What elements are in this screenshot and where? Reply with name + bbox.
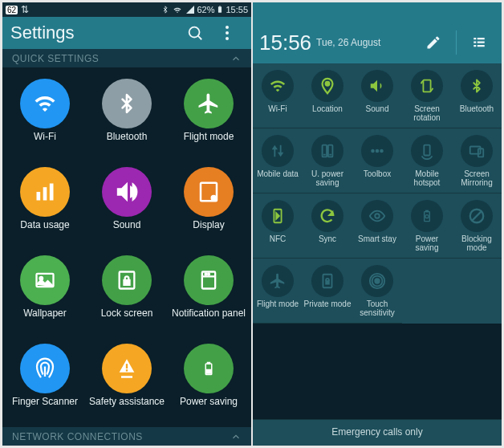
svg-rect-23 xyxy=(208,363,210,365)
svg-point-42 xyxy=(375,214,380,218)
toggle-smart-stay[interactable]: Smart stay xyxy=(352,193,402,259)
settings-item-finger-scanner[interactable]: Finger Scanner xyxy=(4,337,86,426)
mdata-icon xyxy=(262,135,294,167)
bars-icon xyxy=(20,167,70,217)
quickpanel-screen: 15:56 Tue, 26 August Wi-FiLocationSoundS… xyxy=(253,2,502,446)
toggle-label: Mobile data xyxy=(257,170,299,188)
settings-item-data-usage[interactable]: Data usage xyxy=(4,161,86,249)
toggle-screen-mirroring[interactable]: Screen Mirroring xyxy=(452,128,502,193)
safety-icon xyxy=(102,344,152,393)
battery-icon xyxy=(216,4,224,15)
settings-item-bluetooth[interactable]: Bluetooth xyxy=(86,72,168,161)
toggle-label: Toolbox xyxy=(364,170,391,188)
nfc-status-icon: ⇅ xyxy=(21,5,29,14)
svg-rect-7 xyxy=(37,192,41,201)
svg-rect-29 xyxy=(474,45,476,47)
toggle-label: Power saving xyxy=(403,235,451,253)
svg-point-50 xyxy=(375,279,380,283)
settings-item-label: Sound xyxy=(113,220,141,241)
svg-rect-28 xyxy=(478,42,485,43)
toggle-label: Mobile hotspot xyxy=(403,170,451,188)
separator xyxy=(456,31,457,55)
toggle-label: Screen rotation xyxy=(403,105,451,123)
quickpanel-header: 15:56 Tue, 26 August xyxy=(253,22,502,63)
settings-item-label: Lock screen xyxy=(101,308,153,329)
toggle-power-saving[interactable]: Power saving xyxy=(402,193,452,259)
svg-rect-26 xyxy=(478,38,485,39)
settings-item-label: Wallpaper xyxy=(23,308,67,329)
signal-status-icon xyxy=(185,5,195,14)
settings-item-wi-fi[interactable]: Wi-Fi xyxy=(4,72,86,161)
battery-pct: 62% xyxy=(197,5,214,14)
settings-item-notification-panel[interactable]: Notification panel xyxy=(168,249,250,337)
wifi-icon xyxy=(20,79,70,128)
toggle-toolbox[interactable]: Toolbox xyxy=(352,128,402,193)
edit-button[interactable] xyxy=(417,26,449,59)
svg-point-2 xyxy=(189,27,200,38)
toggle-label: Sync xyxy=(319,235,336,253)
toggle-label: NFC xyxy=(270,235,287,253)
location-icon xyxy=(311,70,343,102)
overflow-menu-button[interactable] xyxy=(211,17,243,49)
settings-item-sound[interactable]: Sound xyxy=(86,161,168,249)
svg-rect-30 xyxy=(478,45,485,47)
toggle-flight-mode[interactable]: Flight mode xyxy=(253,259,303,324)
toggle-location[interactable]: Location xyxy=(303,63,352,128)
toggle-label: Sound xyxy=(366,105,389,123)
svg-point-45 xyxy=(425,215,429,218)
svg-point-19 xyxy=(208,274,209,275)
toggle-mobile-hotspot[interactable]: Mobile hotspot xyxy=(402,128,452,193)
nfc-icon xyxy=(262,200,294,232)
toggle-touch-sensitivity[interactable]: Touch sensitivity xyxy=(352,259,402,324)
toggle-label: Flight mode xyxy=(257,300,299,318)
settings-item-label: Safety assistance xyxy=(89,397,165,417)
section-label: QUICK SETTINGS xyxy=(12,53,99,64)
toggle-blocking-mode[interactable]: Blocking mode xyxy=(452,193,502,259)
header-date: Tue, 26 August xyxy=(316,37,417,48)
sound-icon xyxy=(361,70,393,102)
toggle-screen-rotation[interactable]: Screen rotation xyxy=(402,63,452,128)
upsave-icon xyxy=(311,135,343,167)
settings-screen: 62 ⇅ 62% 15:55 Settings QUICK SETTINGS xyxy=(2,2,251,446)
settings-item-flight-mode[interactable]: Flight mode xyxy=(168,72,250,161)
settings-item-power-saving[interactable]: Power saving xyxy=(168,337,250,426)
wallpaper-icon xyxy=(20,255,70,305)
toggle-nfc[interactable]: NFC xyxy=(253,193,303,259)
toggle-bluetooth[interactable]: Bluetooth xyxy=(452,63,502,128)
section-label: NETWORK CONNECTIONS xyxy=(12,431,143,442)
settings-item-safety-assistance[interactable]: Safety assistance xyxy=(86,337,168,426)
svg-rect-0 xyxy=(218,6,222,13)
sync-icon xyxy=(311,200,343,232)
toggle-mobile-data[interactable]: Mobile data xyxy=(253,128,303,193)
svg-point-5 xyxy=(226,31,229,35)
quick-settings-grid: Wi-FiBluetoothFlight modeData usageSound… xyxy=(2,67,251,427)
svg-point-6 xyxy=(226,37,229,40)
private-icon xyxy=(311,265,343,297)
svg-rect-25 xyxy=(474,38,476,39)
list-view-button[interactable] xyxy=(463,26,495,59)
quick-toggle-grid: Wi-FiLocationSoundScreen rotationBluetoo… xyxy=(253,63,502,324)
toggle-private-mode[interactable]: Private mode xyxy=(303,259,352,324)
toggle-u-power-saving[interactable]: U. power saving xyxy=(303,128,352,193)
settings-item-lock-screen[interactable]: Lock screen xyxy=(86,249,168,337)
settings-item-wallpaper[interactable]: Wallpaper xyxy=(4,249,86,337)
network-connections-section[interactable]: NETWORK CONNECTIONS xyxy=(2,427,251,446)
sound-icon xyxy=(102,167,152,217)
toggle-sync[interactable]: Sync xyxy=(303,193,352,259)
status-bar xyxy=(253,2,502,22)
svg-rect-20 xyxy=(126,364,128,369)
toggle-wi-fi[interactable]: Wi-Fi xyxy=(253,63,303,128)
settings-item-label: Bluetooth xyxy=(107,132,148,153)
hotspot-icon xyxy=(411,135,443,167)
svg-point-35 xyxy=(371,149,375,153)
quick-settings-section[interactable]: QUICK SETTINGS xyxy=(2,49,251,67)
search-button[interactable] xyxy=(179,17,211,49)
svg-line-47 xyxy=(472,211,482,222)
chevron-up-icon xyxy=(230,53,242,64)
lock-icon xyxy=(102,255,152,305)
toggle-sound[interactable]: Sound xyxy=(352,63,402,128)
settings-item-display[interactable]: Display xyxy=(168,161,250,249)
display-icon xyxy=(184,167,234,217)
battery-icon xyxy=(184,344,234,393)
wifi-status-icon xyxy=(173,5,182,14)
